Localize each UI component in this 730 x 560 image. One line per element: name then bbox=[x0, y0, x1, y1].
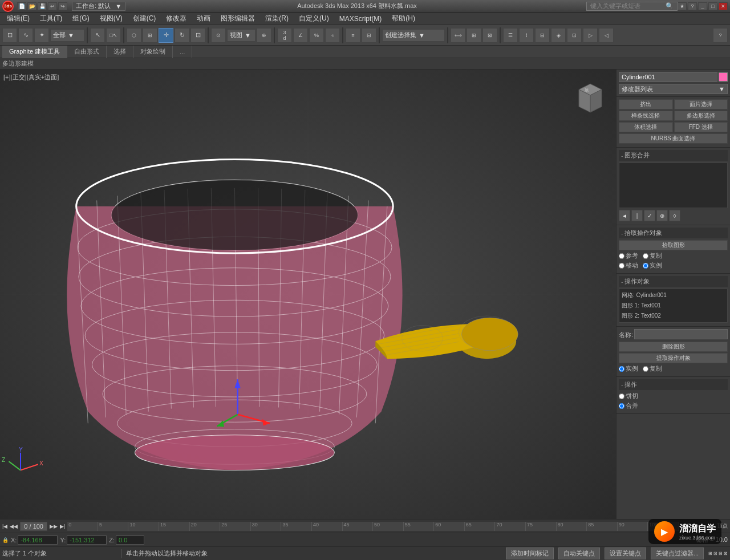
y-value[interactable] bbox=[67, 535, 107, 545]
object-name-field[interactable] bbox=[619, 72, 717, 82]
named-selection-dropdown[interactable]: 创建选择集 ▼ bbox=[382, 29, 445, 42]
scale-tool[interactable]: ⊡ bbox=[190, 28, 205, 43]
snap-percent[interactable]: % bbox=[309, 28, 324, 43]
nav-cube[interactable]: 顶 bbox=[570, 75, 610, 115]
merge-radio[interactable]: 合并 bbox=[619, 401, 638, 410]
view-dropdown[interactable]: 视图 ▼ bbox=[227, 29, 256, 42]
paint-deform-tab[interactable]: 对象绘制 bbox=[133, 46, 173, 58]
face-select-btn[interactable]: 面片选择 bbox=[674, 99, 728, 109]
timeline-area[interactable]: 0 5 10 15 20 25 30 35 40 45 50 55 60 65 … bbox=[67, 522, 679, 531]
add-time-tag-btn[interactable]: 添加时间标记 bbox=[506, 547, 554, 559]
help-btn[interactable]: ? bbox=[713, 28, 728, 43]
menu-help[interactable]: 帮助(H) bbox=[387, 13, 420, 25]
render-frame[interactable]: ▷ bbox=[583, 28, 598, 43]
align-view[interactable]: ⊟ bbox=[362, 28, 376, 43]
timeline-track-container[interactable]: 0 5 10 15 20 25 30 35 40 45 50 55 60 65 … bbox=[67, 522, 679, 531]
array[interactable]: ⊞ bbox=[467, 28, 481, 43]
undo-icon[interactable]: ↩ bbox=[48, 2, 57, 10]
object-color-swatch[interactable] bbox=[719, 72, 728, 82]
snap-3d[interactable]: 3d bbox=[277, 28, 292, 43]
z-value[interactable] bbox=[116, 535, 144, 545]
move-tool[interactable]: ✛ bbox=[159, 28, 173, 43]
minimize-icon[interactable]: _ bbox=[698, 2, 707, 10]
detach-btn[interactable]: 删除图形 bbox=[619, 342, 728, 352]
snap-angle[interactable]: ∠ bbox=[293, 28, 308, 43]
nurbs-select-btn[interactable]: NURBS 曲面选择 bbox=[619, 133, 728, 144]
modifier-list-dropdown[interactable]: 修改器列表 ▼ bbox=[619, 84, 728, 94]
layers[interactable]: ☰ bbox=[503, 28, 518, 43]
select-tool[interactable]: ⊡ bbox=[2, 28, 17, 43]
mirror[interactable]: ⟺ bbox=[451, 28, 465, 43]
extract-btn[interactable]: 提取操作对象 bbox=[619, 353, 728, 363]
play-back-btn[interactable]: ◀◀ bbox=[10, 524, 18, 529]
align[interactable]: ≡ bbox=[346, 28, 360, 43]
close-icon[interactable]: ✕ bbox=[719, 2, 728, 10]
freeform-tab[interactable]: 自由形式 bbox=[67, 46, 107, 58]
lasso-tool[interactable]: ∿ bbox=[18, 28, 33, 43]
rp-icon-diamond[interactable]: ◊ bbox=[669, 210, 680, 221]
menu-create[interactable]: 创建(C) bbox=[128, 13, 161, 25]
paint-select[interactable]: ✦ bbox=[34, 28, 49, 43]
pivot-icon[interactable]: ⊕ bbox=[257, 28, 271, 43]
workspace-dropdown[interactable]: 工作台: 默认 ▼ bbox=[72, 2, 125, 11]
rotate-tool[interactable]: ↻ bbox=[175, 28, 189, 43]
select-region[interactable]: □↖ bbox=[106, 28, 121, 43]
mini-icon-2[interactable]: ⊡ bbox=[713, 551, 717, 556]
redo-icon[interactable]: ↪ bbox=[58, 2, 67, 10]
x-value[interactable] bbox=[18, 535, 58, 545]
extrude-btn[interactable]: 挤出 bbox=[619, 99, 673, 109]
new-icon[interactable]: 📄 bbox=[17, 2, 26, 10]
menu-maxscript[interactable]: MAXScript(M) bbox=[335, 14, 387, 24]
maximize-icon[interactable]: □ bbox=[708, 2, 717, 10]
menu-view[interactable]: 视图(V) bbox=[95, 13, 127, 25]
selection-tab[interactable]: 选择 bbox=[107, 46, 133, 58]
rp-icon-pipe[interactable]: | bbox=[631, 210, 643, 221]
rp-icon-check[interactable]: ✓ bbox=[644, 210, 655, 221]
poly-select-btn[interactable]: 多边形选择 bbox=[674, 111, 728, 121]
play-forward-btn[interactable]: ▶▶ bbox=[50, 524, 58, 529]
next-frame-btn[interactable]: ▶| bbox=[60, 524, 65, 529]
pick-ref-radio[interactable]: 参考 bbox=[619, 251, 638, 260]
material-editor[interactable]: ◈ bbox=[551, 28, 566, 43]
open-icon[interactable]: 📂 bbox=[27, 2, 36, 10]
rp-icon-plus[interactable]: ⊕ bbox=[656, 210, 668, 221]
ffd-select-btn[interactable]: FFD 选择 bbox=[674, 122, 728, 132]
menu-modifiers[interactable]: 修改器 bbox=[161, 13, 191, 25]
mini-icon-3[interactable]: ⊟ bbox=[719, 551, 723, 556]
help-icon[interactable]: ? bbox=[688, 2, 697, 10]
more-tab[interactable]: ... bbox=[173, 46, 192, 58]
select-filter[interactable]: ⬡ bbox=[127, 28, 141, 43]
op-object-list[interactable]: 网格: Cylinder001 图形 1: Text001 图形 2: Text… bbox=[619, 289, 728, 323]
select-object[interactable]: ↖ bbox=[90, 28, 105, 43]
volume-select-btn[interactable]: 体积选择 bbox=[619, 122, 673, 132]
menu-customize[interactable]: 自定义(U) bbox=[294, 13, 334, 25]
viewport[interactable]: [+][正交][真实+边面] 顶 bbox=[0, 70, 616, 519]
menu-group[interactable]: 组(G) bbox=[68, 13, 94, 25]
rp-icon-back[interactable]: ◄ bbox=[619, 210, 630, 221]
selection-filter-dropdown[interactable]: 全部 ▼ bbox=[50, 29, 84, 42]
schematic[interactable]: ⊟ bbox=[535, 28, 550, 43]
pick-shape-btn[interactable]: 拾取图形 bbox=[619, 240, 728, 250]
menu-edit[interactable]: 编辑(E) bbox=[2, 13, 34, 25]
mini-icon-1[interactable]: ⊞ bbox=[708, 551, 712, 556]
pick-instance-radio[interactable]: 实例 bbox=[643, 261, 662, 270]
extract-copy-radio[interactable]: 复制 bbox=[643, 364, 662, 373]
spline-select-btn[interactable]: 样条线选择 bbox=[619, 111, 673, 121]
search-box[interactable]: 键入关键字或短语 🔍 bbox=[586, 2, 678, 11]
auto-key-btn[interactable]: 自动关键点 bbox=[558, 547, 600, 559]
mini-icon-4[interactable]: ⊠ bbox=[724, 551, 728, 556]
set-key-btn[interactable]: 设置关键点 bbox=[605, 547, 646, 559]
ref-coord[interactable]: ⊙ bbox=[211, 28, 226, 43]
curve-editor[interactable]: ⌇ bbox=[519, 28, 534, 43]
window-crossing[interactable]: ⊞ bbox=[143, 28, 157, 43]
selection-lock-btn[interactable]: 🔒 bbox=[2, 537, 9, 543]
spinner-snap[interactable]: ⟐ bbox=[325, 28, 340, 43]
render-setup[interactable]: ⊡ bbox=[567, 28, 582, 43]
menu-render[interactable]: 渲染(R) bbox=[261, 13, 293, 25]
menu-graph-editors[interactable]: 图形编辑器 bbox=[216, 13, 259, 25]
extract-instance-radio[interactable]: 实例 bbox=[619, 364, 638, 373]
pick-copy-radio[interactable]: 复制 bbox=[643, 251, 662, 260]
prev-frame-btn[interactable]: |◀ bbox=[2, 524, 7, 529]
menu-tools[interactable]: 工具(T) bbox=[35, 13, 67, 25]
cookie-radio[interactable]: 饼切 bbox=[619, 392, 638, 400]
